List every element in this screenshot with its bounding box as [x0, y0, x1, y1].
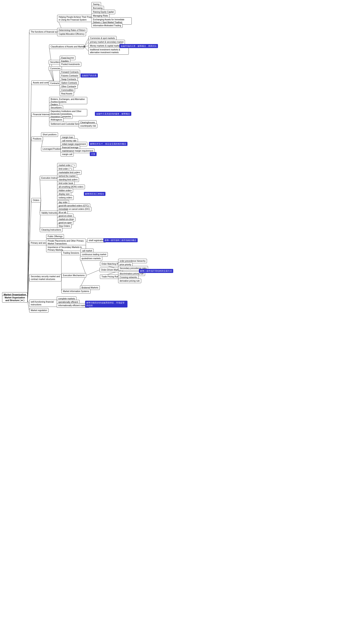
node-lbl_prim: 新释一级市场和二级市场相关概念	[103, 238, 138, 242]
node-continuous: continuous trading market	[80, 252, 108, 257]
node-lbl_market: 金融市场的分类：解释概念，两两对比	[120, 44, 158, 48]
svg-line-5	[28, 243, 29, 301]
svg-line-8	[28, 301, 29, 310]
node-lbl_assets: 金融资产的分类	[80, 74, 98, 78]
node-counterparty: counterparty risk	[79, 124, 98, 128]
connection-lines	[0, 0, 182, 634]
node-lbl_leveraged: 解释杠杆头寸，保证金交易的相关概念	[89, 142, 128, 146]
node-quotedriven: quotedriven markets	[80, 256, 102, 261]
node-shelf_reg: shelf registration	[87, 238, 106, 243]
node-traditional: traditional investment markets & alterna…	[88, 48, 129, 55]
node-iceberg: iceberg orders	[57, 196, 74, 200]
svg-line-18	[49, 47, 54, 83]
node-securities: Securities	[49, 60, 61, 64]
node-public_off: Public Offerings	[46, 234, 64, 239]
node-trading_sess: Trading Sessions	[62, 251, 81, 255]
node-validity: Validity Instruction	[40, 211, 60, 215]
svg-line-19	[49, 62, 54, 83]
node-contracts: Contracts	[49, 81, 61, 86]
svg-line-2	[28, 114, 31, 301]
node-mkt_info: Market information Systems	[62, 289, 91, 294]
node-lbl_well: 解释功能良好的金融系统特征，市场监管的目的	[85, 301, 128, 308]
node-pooled: Pooled Investments	[60, 62, 81, 66]
node-classifications: Classifications of Assets and Markets	[49, 44, 84, 49]
node-exec_mech: Execution Mechanisms	[62, 273, 86, 278]
node-short_pos: Short positions	[41, 132, 58, 137]
node-sec_mkt: Secondary security market and contract m…	[29, 274, 62, 282]
svg-line-0	[28, 32, 29, 301]
node-well_func: well-functioning financial instructions	[29, 300, 60, 307]
svg-line-1	[28, 83, 31, 301]
node-margin_call: margin call	[60, 152, 74, 156]
node-informationally: informationally efficient markets	[57, 303, 89, 308]
svg-line-53	[40, 178, 41, 200]
node-lbl_calc: 计算	[90, 152, 96, 156]
node-orders_node: Orders	[31, 198, 41, 202]
node-lbl_inter: 金融中介及其提供的服务，解释概念	[95, 112, 131, 116]
node-cleaning: Cleaning Instructions	[40, 228, 62, 232]
node-arbitrageurs: Arbitrageurs	[49, 118, 64, 122]
node-root: Market Organization and Structure ( ★ )	[2, 296, 28, 302]
node-real_assets: Real Assets	[60, 92, 74, 96]
node-capital_alloc: Capital Allocation Efficiency	[57, 32, 86, 36]
svg-line-4	[28, 200, 31, 301]
node-private_place: Private Placements and Other Primary Mar…	[46, 239, 86, 246]
svg-line-83	[80, 258, 86, 276]
svg-line-6	[28, 278, 29, 301]
svg-line-7	[28, 301, 29, 303]
node-mkt_reg: Market regulation	[29, 308, 48, 312]
node-positions_node: Positions	[31, 136, 43, 141]
node-deriv_pricing: derivative pricing rule	[118, 279, 141, 283]
node-lbl_sec: 解释二级市场不同结构和交易方式	[139, 269, 173, 273]
mindmap-container: Market Organization and Structure ( ★ )M…	[0, 0, 182, 634]
svg-line-84	[86, 270, 100, 276]
node-info_motivated: Information-Motivated Trading	[92, 23, 122, 28]
node-lbl_orders: 解释和区别三种指令	[84, 192, 106, 196]
